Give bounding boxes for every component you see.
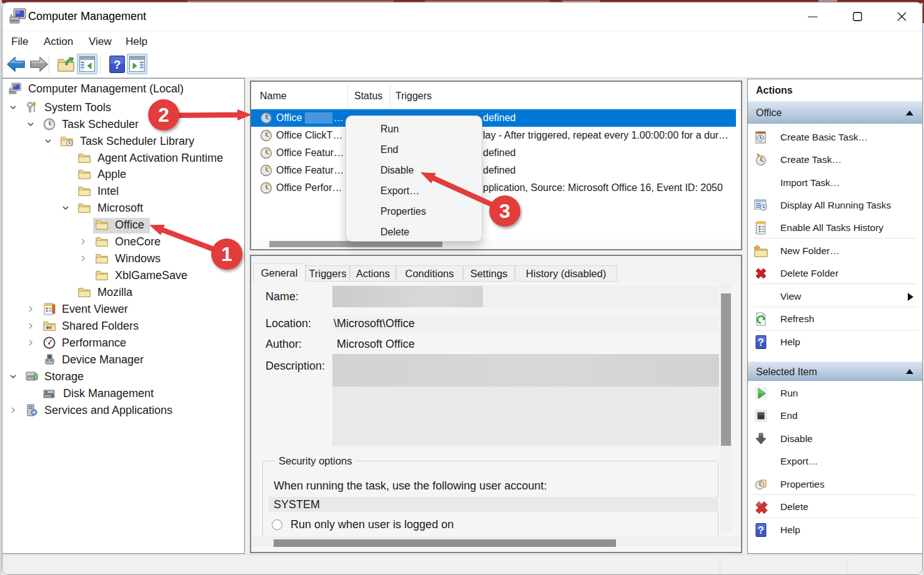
svg-text:?: ?	[114, 58, 121, 71]
svg-text:?: ?	[758, 525, 764, 536]
svg-text:?: ?	[758, 337, 764, 348]
